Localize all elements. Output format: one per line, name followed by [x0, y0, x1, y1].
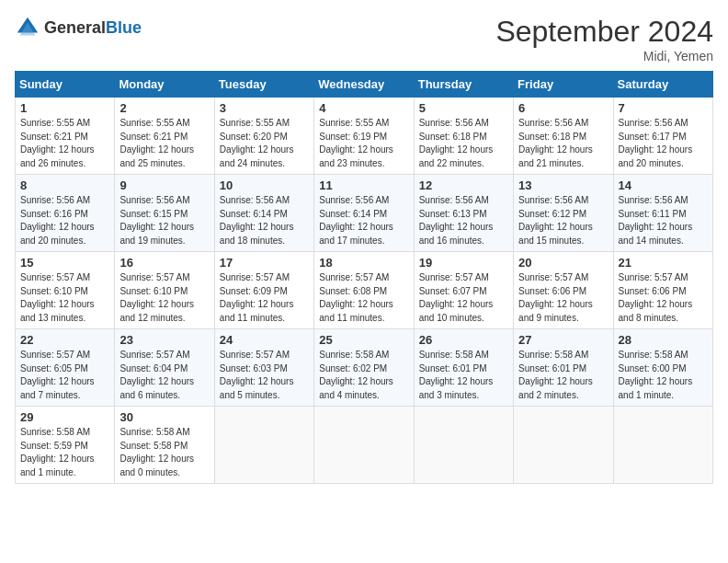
day-number: 17 — [220, 256, 309, 270]
day-info: Sunrise: 5:57 AMSunset: 6:08 PMDaylight:… — [319, 272, 393, 323]
day-number: 23 — [119, 333, 209, 347]
day-info: Sunrise: 5:55 AMSunset: 6:21 PMDaylight:… — [20, 118, 95, 168]
calendar-week-row: 29 Sunrise: 5:58 AMSunset: 5:59 PMDaylig… — [16, 407, 713, 484]
calendar-day-cell: 12 Sunrise: 5:56 AMSunset: 6:13 PMDaylig… — [414, 175, 513, 252]
day-number: 30 — [119, 410, 209, 424]
day-info: Sunrise: 5:56 AMSunset: 6:17 PMDaylight:… — [619, 118, 693, 168]
calendar-day-cell: 20 Sunrise: 5:57 AMSunset: 6:06 PMDaylig… — [514, 252, 613, 329]
calendar-day-cell: 27 Sunrise: 5:58 AMSunset: 6:01 PMDaylig… — [514, 329, 613, 407]
day-number: 27 — [518, 333, 608, 347]
calendar-week-row: 8 Sunrise: 5:56 AMSunset: 6:16 PMDayligh… — [16, 175, 713, 252]
day-info: Sunrise: 5:58 AMSunset: 6:00 PMDaylight:… — [619, 350, 693, 400]
day-number: 11 — [319, 178, 408, 192]
calendar-day-cell: 6 Sunrise: 5:56 AMSunset: 6:18 PMDayligh… — [514, 98, 613, 175]
day-info: Sunrise: 5:57 AMSunset: 6:04 PMDaylight:… — [119, 350, 194, 400]
calendar-day-cell: 3 Sunrise: 5:55 AMSunset: 6:20 PMDayligh… — [214, 98, 313, 175]
day-info: Sunrise: 5:55 AMSunset: 6:20 PMDaylight:… — [220, 118, 294, 168]
calendar-day-cell: 17 Sunrise: 5:57 AMSunset: 6:09 PMDaylig… — [214, 252, 313, 329]
day-info: Sunrise: 5:55 AMSunset: 6:21 PMDaylight:… — [119, 118, 194, 168]
day-number: 18 — [319, 256, 408, 270]
calendar-day-cell: 16 Sunrise: 5:57 AMSunset: 6:10 PMDaylig… — [115, 252, 214, 329]
calendar-day-cell: 1 Sunrise: 5:55 AMSunset: 6:21 PMDayligh… — [16, 98, 115, 175]
page-header: GeneralBlue September 2024 Midi, Yemen — [15, 15, 713, 63]
day-number: 1 — [20, 101, 109, 115]
calendar-day-cell: 26 Sunrise: 5:58 AMSunset: 6:01 PMDaylig… — [414, 329, 513, 407]
day-number: 4 — [319, 101, 408, 115]
calendar-table: SundayMondayTuesdayWednesdayThursdayFrid… — [15, 71, 713, 484]
calendar-day-cell: 13 Sunrise: 5:56 AMSunset: 6:12 PMDaylig… — [514, 175, 613, 252]
day-info: Sunrise: 5:57 AMSunset: 6:10 PMDaylight:… — [119, 272, 194, 323]
day-info: Sunrise: 5:57 AMSunset: 6:09 PMDaylight:… — [220, 272, 294, 323]
day-number: 5 — [419, 101, 508, 115]
calendar-day-cell — [613, 407, 712, 484]
calendar-day-cell: 18 Sunrise: 5:57 AMSunset: 6:08 PMDaylig… — [314, 252, 414, 329]
calendar-day-cell: 10 Sunrise: 5:56 AMSunset: 6:14 PMDaylig… — [214, 175, 313, 252]
weekday-header: Sunday — [16, 72, 115, 98]
weekday-header: Saturday — [613, 72, 712, 98]
day-info: Sunrise: 5:56 AMSunset: 6:18 PMDaylight:… — [419, 118, 494, 168]
calendar-day-cell: 21 Sunrise: 5:57 AMSunset: 6:06 PMDaylig… — [613, 252, 712, 329]
day-info: Sunrise: 5:56 AMSunset: 6:13 PMDaylight:… — [419, 195, 494, 246]
logo-icon — [15, 15, 40, 40]
day-number: 3 — [220, 101, 309, 115]
day-number: 6 — [518, 101, 608, 115]
calendar-day-cell: 11 Sunrise: 5:56 AMSunset: 6:14 PMDaylig… — [314, 175, 414, 252]
calendar-day-cell: 8 Sunrise: 5:56 AMSunset: 6:16 PMDayligh… — [16, 175, 115, 252]
weekday-header: Monday — [115, 72, 214, 98]
calendar-day-cell: 25 Sunrise: 5:58 AMSunset: 6:02 PMDaylig… — [314, 329, 414, 407]
day-number: 22 — [20, 333, 109, 347]
day-info: Sunrise: 5:58 AMSunset: 6:01 PMDaylight:… — [419, 350, 494, 400]
calendar-week-row: 15 Sunrise: 5:57 AMSunset: 6:10 PMDaylig… — [16, 252, 713, 329]
calendar-day-cell: 19 Sunrise: 5:57 AMSunset: 6:07 PMDaylig… — [414, 252, 513, 329]
day-number: 13 — [518, 178, 608, 192]
day-info: Sunrise: 5:56 AMSunset: 6:18 PMDaylight:… — [518, 118, 593, 168]
day-number: 24 — [220, 333, 309, 347]
day-number: 28 — [619, 333, 708, 347]
day-number: 20 — [518, 256, 608, 270]
calendar-week-row: 1 Sunrise: 5:55 AMSunset: 6:21 PMDayligh… — [16, 98, 713, 175]
day-number: 12 — [419, 178, 508, 192]
weekday-header: Thursday — [414, 72, 513, 98]
calendar-day-cell: 4 Sunrise: 5:55 AMSunset: 6:19 PMDayligh… — [314, 98, 414, 175]
month-title: September 2024 — [495, 15, 713, 49]
day-info: Sunrise: 5:58 AMSunset: 6:02 PMDaylight:… — [319, 350, 393, 400]
calendar-week-row: 22 Sunrise: 5:57 AMSunset: 6:05 PMDaylig… — [16, 329, 713, 407]
day-info: Sunrise: 5:57 AMSunset: 6:05 PMDaylight:… — [20, 350, 95, 400]
calendar-day-cell: 24 Sunrise: 5:57 AMSunset: 6:03 PMDaylig… — [214, 329, 313, 407]
logo: GeneralBlue — [15, 15, 142, 40]
day-info: Sunrise: 5:58 AMSunset: 6:01 PMDaylight:… — [518, 350, 593, 400]
calendar-day-cell — [214, 407, 313, 484]
calendar-day-cell: 23 Sunrise: 5:57 AMSunset: 6:04 PMDaylig… — [115, 329, 214, 407]
day-number: 19 — [419, 256, 508, 270]
weekday-header: Wednesday — [314, 72, 414, 98]
day-info: Sunrise: 5:58 AMSunset: 5:58 PMDaylight:… — [119, 427, 194, 477]
day-number: 7 — [619, 101, 708, 115]
day-info: Sunrise: 5:56 AMSunset: 6:12 PMDaylight:… — [518, 195, 593, 246]
logo-general-text: General — [44, 18, 106, 37]
calendar-day-cell: 14 Sunrise: 5:56 AMSunset: 6:11 PMDaylig… — [613, 175, 712, 252]
day-number: 15 — [20, 256, 109, 270]
calendar-day-cell: 7 Sunrise: 5:56 AMSunset: 6:17 PMDayligh… — [613, 98, 712, 175]
location: Midi, Yemen — [495, 49, 713, 63]
day-info: Sunrise: 5:56 AMSunset: 6:14 PMDaylight:… — [220, 195, 294, 246]
day-info: Sunrise: 5:56 AMSunset: 6:15 PMDaylight:… — [119, 195, 194, 246]
day-info: Sunrise: 5:57 AMSunset: 6:10 PMDaylight:… — [20, 272, 95, 323]
day-number: 21 — [619, 256, 708, 270]
day-number: 9 — [119, 178, 209, 192]
day-info: Sunrise: 5:57 AMSunset: 6:06 PMDaylight:… — [518, 272, 593, 323]
day-number: 2 — [119, 101, 209, 115]
weekday-header: Tuesday — [214, 72, 313, 98]
day-number: 10 — [220, 178, 309, 192]
calendar-day-cell: 5 Sunrise: 5:56 AMSunset: 6:18 PMDayligh… — [414, 98, 513, 175]
calendar-day-cell: 9 Sunrise: 5:56 AMSunset: 6:15 PMDayligh… — [115, 175, 214, 252]
day-number: 26 — [419, 333, 508, 347]
day-info: Sunrise: 5:57 AMSunset: 6:06 PMDaylight:… — [619, 272, 693, 323]
day-number: 16 — [119, 256, 209, 270]
day-number: 25 — [319, 333, 408, 347]
title-area: September 2024 Midi, Yemen — [495, 15, 713, 63]
calendar-day-cell — [314, 407, 414, 484]
day-info: Sunrise: 5:55 AMSunset: 6:19 PMDaylight:… — [319, 118, 393, 168]
calendar-day-cell: 30 Sunrise: 5:58 AMSunset: 5:58 PMDaylig… — [115, 407, 214, 484]
calendar-day-cell: 15 Sunrise: 5:57 AMSunset: 6:10 PMDaylig… — [16, 252, 115, 329]
day-info: Sunrise: 5:56 AMSunset: 6:16 PMDaylight:… — [20, 195, 95, 246]
